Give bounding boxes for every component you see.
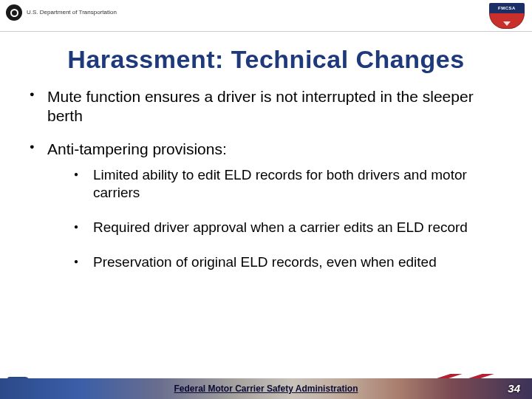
list-item: Limited ability to edit ELD records for …: [47, 166, 502, 202]
list-item-text: Required driver approval when a carrier …: [93, 219, 468, 235]
list-item: Anti-tampering provisions: Limited abili…: [30, 140, 502, 272]
list-item: Preservation of original ELD records, ev…: [47, 253, 502, 272]
page-number: 34: [508, 382, 520, 395]
list-item-text: Mute function ensures a driver is not in…: [47, 88, 474, 124]
bullet-list: Mute function ensures a driver is not in…: [30, 87, 502, 272]
footer-org-text: Federal Motor Carrier Safety Administrat…: [174, 383, 358, 394]
slide-header: U.S. Department of Transportation FMCSA: [0, 0, 532, 32]
list-item-text: Preservation of original ELD records, ev…: [93, 254, 437, 270]
slide-title: Harassment: Technical Changes: [30, 45, 502, 74]
list-item: Required driver approval when a carrier …: [47, 219, 502, 237]
slide-content: Harassment: Technical Changes Mute funct…: [0, 32, 532, 272]
list-item-text: Limited ability to edit ELD records for …: [93, 167, 467, 201]
list-item-text: Anti-tampering provisions:: [47, 140, 227, 157]
sub-bullet-list: Limited ability to edit ELD records for …: [47, 166, 502, 272]
fmcsa-badge: FMCSA: [489, 3, 525, 28]
list-item: Mute function ensures a driver is not in…: [30, 87, 502, 126]
slide-footer: Federal Motor Carrier Safety Administrat…: [0, 372, 532, 399]
usdot-logo: U.S. Department of Transportation: [6, 4, 117, 21]
footer-bar: Federal Motor Carrier Safety Administrat…: [0, 378, 532, 399]
fmcsa-badge-label: FMCSA: [489, 3, 525, 13]
usdot-logo-icon: [6, 4, 22, 21]
fmcsa-badge-shield-icon: [489, 13, 525, 29]
usdot-logo-text: U.S. Department of Transportation: [27, 10, 117, 16]
